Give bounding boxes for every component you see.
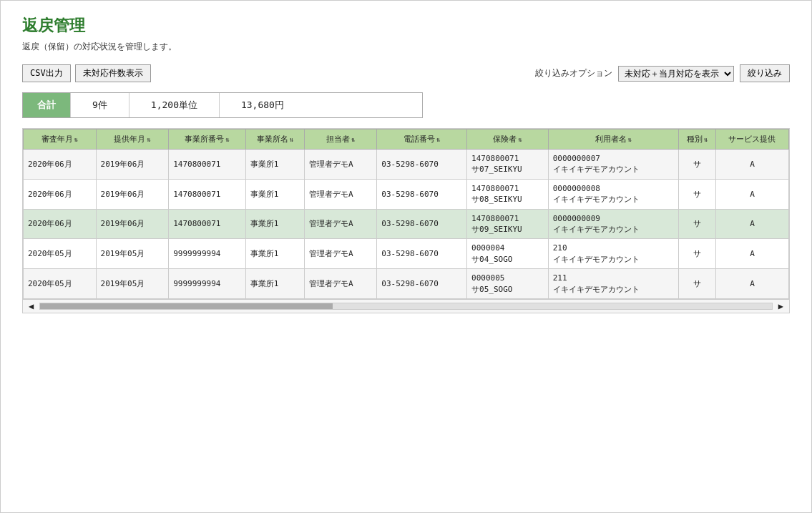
cell-insurer: 1470800071サ08_SEIKYU xyxy=(467,179,549,209)
filter-option-label: 絞り込みオプション xyxy=(535,67,612,79)
cell-staff: 管理者デモA xyxy=(304,239,376,269)
toolbar: CSV出力 未対応件数表示 絞り込みオプション 未対応＋当月対応を表示 全件表示… xyxy=(22,64,790,82)
table-row[interactable]: 2020年06月2019年06月1470800071事業所1管理者デモA03-5… xyxy=(24,209,789,239)
cell-phone: 03-5298-6070 xyxy=(377,179,467,209)
cell-phone: 03-5298-6070 xyxy=(377,239,467,269)
csv-export-button[interactable]: CSV出力 xyxy=(22,64,71,82)
cell-type: サ xyxy=(678,209,715,239)
data-table: 審査年月⇅ 提供年月⇅ 事業所番号⇅ 事業所名⇅ 担当者⇅ 電話番号⇅ 保険者⇅… xyxy=(23,129,789,299)
cell-staff: 管理者デモA xyxy=(304,150,376,180)
cell-audit-month: 2020年05月 xyxy=(24,239,97,269)
page-subtitle: 返戻（保留）の対応状況を管理します。 xyxy=(22,41,790,53)
cell-user: 210イキイキデモアカウント xyxy=(548,239,678,269)
cell-service: A xyxy=(715,179,788,209)
cell-staff: 管理者デモA xyxy=(304,209,376,239)
cell-service: A xyxy=(715,209,788,239)
col-audit-month[interactable]: 審査年月⇅ xyxy=(24,130,97,150)
table-row[interactable]: 2020年05月2019年05月9999999994事業所1管理者デモA03-5… xyxy=(24,269,789,299)
page-title: 返戻管理 xyxy=(22,15,790,36)
cell-phone: 03-5298-6070 xyxy=(377,209,467,239)
col-user[interactable]: 利用者名⇅ xyxy=(548,130,678,150)
col-insurer[interactable]: 保険者⇅ xyxy=(467,130,549,150)
table-container: 審査年月⇅ 提供年月⇅ 事業所番号⇅ 事業所名⇅ 担当者⇅ 電話番号⇅ 保険者⇅… xyxy=(22,128,790,313)
table-row[interactable]: 2020年06月2019年06月1470800071事業所1管理者デモA03-5… xyxy=(24,179,789,209)
filter-select[interactable]: 未対応＋当月対応を表示 全件表示 未対応のみ表示 xyxy=(618,66,734,82)
cell-type: サ xyxy=(678,239,715,269)
cell-service: A xyxy=(715,150,788,180)
cell-insurer: 0000005サ05_SOGO xyxy=(467,269,549,299)
cell-audit-month: 2020年05月 xyxy=(24,269,97,299)
cell-insurer: 1470800071サ07_SEIKYU xyxy=(467,150,549,180)
cell-insurer: 1470800071サ09_SEIKYU xyxy=(467,209,549,239)
cell-audit-month: 2020年06月 xyxy=(24,209,97,239)
cell-office-name: 事業所1 xyxy=(245,209,304,239)
cell-office-name: 事業所1 xyxy=(245,269,304,299)
cell-provide-month: 2019年05月 xyxy=(96,239,169,269)
cell-office-no: 9999999994 xyxy=(169,239,246,269)
cell-type: サ xyxy=(678,150,715,180)
summary-unit: 1,200単位 xyxy=(129,93,219,117)
cell-audit-month: 2020年06月 xyxy=(24,179,97,209)
cell-type: サ xyxy=(678,269,715,299)
cell-user: 0000000007イキイキデモアカウント xyxy=(548,150,678,180)
cell-service: A xyxy=(715,239,788,269)
cell-user: 0000000009イキイキデモアカウント xyxy=(548,209,678,239)
cell-staff: 管理者デモA xyxy=(304,179,376,209)
cell-office-name: 事業所1 xyxy=(245,150,304,180)
col-staff[interactable]: 担当者⇅ xyxy=(304,130,376,150)
summary-amount: 13,680円 xyxy=(219,93,305,117)
cell-provide-month: 2019年06月 xyxy=(96,150,169,180)
filter-button[interactable]: 絞り込み xyxy=(740,64,790,82)
cell-office-no: 1470800071 xyxy=(169,179,246,209)
table-row[interactable]: 2020年06月2019年06月1470800071事業所1管理者デモA03-5… xyxy=(24,150,789,180)
cell-provide-month: 2019年06月 xyxy=(96,209,169,239)
cell-phone: 03-5298-6070 xyxy=(377,150,467,180)
cell-phone: 03-5298-6070 xyxy=(377,269,467,299)
col-service[interactable]: サービス提供 xyxy=(715,130,788,150)
summary-label: 合計 xyxy=(23,93,70,117)
toolbar-left: CSV出力 未対応件数表示 xyxy=(22,64,151,82)
col-phone[interactable]: 電話番号⇅ xyxy=(377,130,467,150)
scroll-left-arrow[interactable]: ◀ xyxy=(26,301,36,311)
table-scroll-area[interactable]: 審査年月⇅ 提供年月⇅ 事業所番号⇅ 事業所名⇅ 担当者⇅ 電話番号⇅ 保険者⇅… xyxy=(23,129,789,299)
col-office-name[interactable]: 事業所名⇅ xyxy=(245,130,304,150)
cell-type: サ xyxy=(678,179,715,209)
cell-office-name: 事業所1 xyxy=(245,239,304,269)
col-office-no[interactable]: 事業所番号⇅ xyxy=(169,130,246,150)
scroll-track[interactable] xyxy=(39,303,773,310)
col-provide-month[interactable]: 提供年月⇅ xyxy=(96,130,169,150)
summary-count: 9件 xyxy=(70,93,129,117)
cell-provide-month: 2019年05月 xyxy=(96,269,169,299)
cell-user: 211イキイキデモアカウント xyxy=(548,269,678,299)
summary-bar: 合計 9件 1,200単位 13,680円 xyxy=(22,92,423,118)
cell-office-no: 1470800071 xyxy=(169,150,246,180)
cell-provide-month: 2019年06月 xyxy=(96,179,169,209)
cell-insurer: 0000004サ04_SOGO xyxy=(467,239,549,269)
cell-audit-month: 2020年06月 xyxy=(24,150,97,180)
page-wrapper: 返戻管理 返戻（保留）の対応状況を管理します。 CSV出力 未対応件数表示 絞り… xyxy=(0,0,812,513)
cell-office-no: 1470800071 xyxy=(169,209,246,239)
cell-office-no: 9999999994 xyxy=(169,269,246,299)
scroll-right-arrow[interactable]: ▶ xyxy=(776,301,786,311)
cell-user: 0000000008イキイキデモアカウント xyxy=(548,179,678,209)
cell-office-name: 事業所1 xyxy=(245,179,304,209)
table-row[interactable]: 2020年05月2019年05月9999999994事業所1管理者デモA03-5… xyxy=(24,239,789,269)
horizontal-scrollbar[interactable]: ◀ ▶ xyxy=(23,299,789,313)
table-header-row: 審査年月⇅ 提供年月⇅ 事業所番号⇅ 事業所名⇅ 担当者⇅ 電話番号⇅ 保険者⇅… xyxy=(24,130,789,150)
col-type[interactable]: 種別⇅ xyxy=(678,130,715,150)
toolbar-right: 絞り込みオプション 未対応＋当月対応を表示 全件表示 未対応のみ表示 絞り込み xyxy=(535,64,790,82)
table-body: 2020年06月2019年06月1470800071事業所1管理者デモA03-5… xyxy=(24,150,789,299)
scroll-thumb xyxy=(40,303,333,309)
cell-service: A xyxy=(715,269,788,299)
cell-staff: 管理者デモA xyxy=(304,269,376,299)
unhandled-count-button[interactable]: 未対応件数表示 xyxy=(75,64,151,82)
